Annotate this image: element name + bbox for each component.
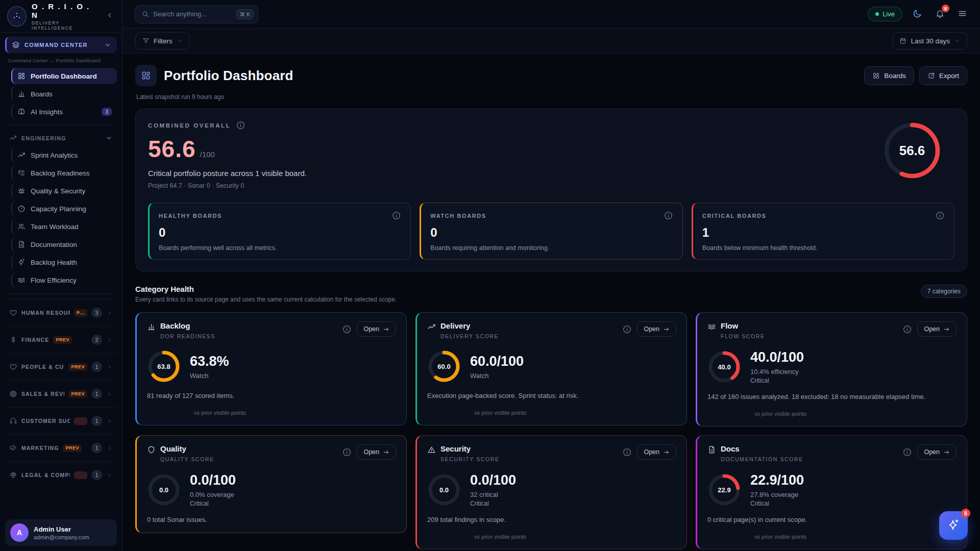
- info-icon[interactable]: [622, 324, 632, 334]
- boards-button[interactable]: Boards: [864, 66, 914, 85]
- info-icon[interactable]: [622, 447, 632, 457]
- sidebar-item-ai-insights[interactable]: AI Insights 3: [11, 104, 117, 120]
- bug-icon: [17, 187, 26, 195]
- info-icon[interactable]: [902, 324, 912, 334]
- global-search[interactable]: ⌘ K: [135, 5, 258, 23]
- sidebar-section-marketing[interactable]: MARKETING PREV 1: [5, 434, 117, 461]
- dashboard-grid-icon: [135, 65, 157, 86]
- info-icon[interactable]: [391, 211, 401, 220]
- count-badge: 1: [91, 443, 102, 453]
- sidebar-item-backlog-health[interactable]: Backlog Health: [11, 254, 117, 270]
- sidebar-section-command-center[interactable]: COMMAND CENTER: [5, 37, 117, 53]
- info-icon[interactable]: [902, 447, 912, 457]
- date-range-button[interactable]: Last 30 days: [892, 32, 967, 49]
- live-status-badge[interactable]: Live: [868, 7, 902, 21]
- grid-icon: [872, 72, 880, 80]
- combined-score-gauge: 56.6: [882, 120, 942, 181]
- open-docs-button[interactable]: Open: [917, 444, 957, 460]
- user-card[interactable]: A Admin User admin@company.com: [5, 519, 117, 546]
- avatar: A: [10, 523, 29, 542]
- card-trend-note: vs prior visible points: [754, 411, 957, 417]
- sidebar-section-engineering[interactable]: ENGINEERING: [5, 131, 117, 145]
- chevron-down-icon: [105, 134, 113, 142]
- info-icon[interactable]: [342, 447, 352, 457]
- orion-logo-icon: [7, 6, 27, 27]
- gauge-value: 0.0: [427, 473, 461, 507]
- trend-up-icon: [427, 322, 436, 331]
- calendar-icon: [899, 37, 906, 44]
- open-flow-button[interactable]: Open: [917, 321, 957, 337]
- sidebar-item-backlog-readiness[interactable]: Backlog Readiness: [11, 165, 117, 181]
- preview-badge: PREV: [63, 444, 82, 452]
- sidebar-item-documentation[interactable]: Documentation: [11, 236, 117, 253]
- nav-label: Boards: [31, 90, 53, 98]
- dollar-icon: [9, 336, 17, 344]
- sidebar-section-customer-success[interactable]: CUSTOMER SUCCESS… 1: [5, 407, 117, 434]
- docs-gauge: 22.9: [707, 473, 741, 507]
- open-delivery-button[interactable]: Open: [637, 321, 676, 337]
- brand-tagline: DELIVERY INTELLIGENCE: [32, 20, 99, 31]
- sidebar-item-quality-security[interactable]: Quality & Security: [11, 183, 117, 199]
- arrow-right-icon: [943, 449, 950, 456]
- combined-breakdown: Project 64.7 · Sonar 0 · Security 0: [148, 182, 307, 189]
- sidebar-item-sprint-analytics[interactable]: Sprint Analytics: [11, 147, 117, 163]
- bar-chart-icon: [147, 322, 156, 331]
- stat-description: Boards requiring attention and monitorin…: [430, 244, 673, 252]
- open-label: Open: [363, 325, 379, 333]
- card-title: Delivery: [440, 321, 499, 330]
- category-card-docs: Docs DOCUMENTATION SCORE Open 22.9 22.9/…: [696, 435, 967, 549]
- section-label: MARKETING: [21, 445, 59, 451]
- chevron-right-icon: [106, 472, 113, 479]
- menu-button[interactable]: [954, 7, 970, 22]
- delivery-gauge: 60.0: [427, 349, 461, 383]
- sidebar-section-people-culture[interactable]: PEOPLE & CULTURE PREV 1: [5, 353, 117, 380]
- dashboard-content: Portfolio Dashboard Boards Export Latest…: [122, 54, 980, 551]
- sidebar-item-portfolio-dashboard[interactable]: Portfolio Dashboard: [11, 68, 117, 84]
- open-quality-button[interactable]: Open: [357, 444, 396, 460]
- theme-toggle-button[interactable]: [910, 7, 925, 22]
- preview-badge: PREV: [68, 390, 87, 398]
- open-label: Open: [644, 325, 659, 333]
- stat-label: WATCH BOARDS: [430, 213, 486, 219]
- info-icon[interactable]: [342, 324, 352, 334]
- chevron-down-icon: [954, 38, 960, 44]
- app-root: O . R . I . O . N DELIVERY INTELLIGENCE …: [0, 0, 980, 551]
- nav-label: AI Insights: [31, 108, 63, 116]
- sidebar-item-team-workload[interactable]: Team Workload: [11, 218, 117, 235]
- category-health-titles: Category Health Every card links to its …: [135, 285, 397, 303]
- filters-button[interactable]: Filters: [135, 32, 190, 49]
- card-status-2: Critical: [750, 500, 804, 507]
- sidebar-item-boards[interactable]: Boards: [11, 86, 117, 102]
- board-status-row: HEALTHY BOARDS 0 Boards performing well …: [148, 203, 954, 260]
- notifications-button[interactable]: 8: [932, 7, 947, 22]
- card-status: Watch: [190, 372, 229, 380]
- gauge-value: 63.8: [147, 349, 181, 383]
- ai-assistant-fab[interactable]: 8: [939, 511, 968, 540]
- sidebar-item-flow-efficiency[interactable]: Flow Efficiency: [11, 272, 117, 288]
- sidebar-section-human-resources[interactable]: HUMAN RESOURCES P… 3: [5, 299, 117, 326]
- open-security-button[interactable]: Open: [637, 444, 676, 460]
- card-status: 32 critical: [470, 491, 516, 498]
- live-label: Live: [883, 10, 895, 18]
- card-status: 27.8% coverage: [750, 491, 804, 498]
- trend-up-icon: [17, 151, 26, 159]
- search-input[interactable]: [153, 10, 232, 18]
- info-icon[interactable]: [935, 211, 945, 220]
- sidebar-collapse-button[interactable]: [104, 11, 115, 22]
- sidebar-item-capacity-planning[interactable]: Capacity Planning: [11, 201, 117, 217]
- card-detail: 81 ready of 127 scored items.: [147, 392, 396, 399]
- info-icon[interactable]: [236, 120, 246, 130]
- sidebar-section-sales-revenue[interactable]: SALES & REVENUE PREV 1: [5, 380, 117, 407]
- moon-icon: [913, 9, 922, 18]
- sidebar-section-finance[interactable]: FINANCE PREV 2: [5, 326, 117, 353]
- nav-label: Backlog Health: [31, 259, 77, 266]
- open-backlog-button[interactable]: Open: [357, 321, 396, 337]
- trend-up-icon: [9, 134, 17, 142]
- sidebar-section-legal-compliance[interactable]: LEGAL & COMPLIANCE… 1: [5, 461, 117, 488]
- preview-badge: [74, 417, 87, 425]
- info-icon[interactable]: [664, 211, 673, 220]
- sidebar-nav: COMMAND CENTER Command Center → Portfoli…: [0, 33, 122, 488]
- card-subtitle: QUALITY SCORE: [160, 456, 214, 462]
- export-button[interactable]: Export: [919, 66, 967, 85]
- arrow-right-icon: [663, 326, 670, 333]
